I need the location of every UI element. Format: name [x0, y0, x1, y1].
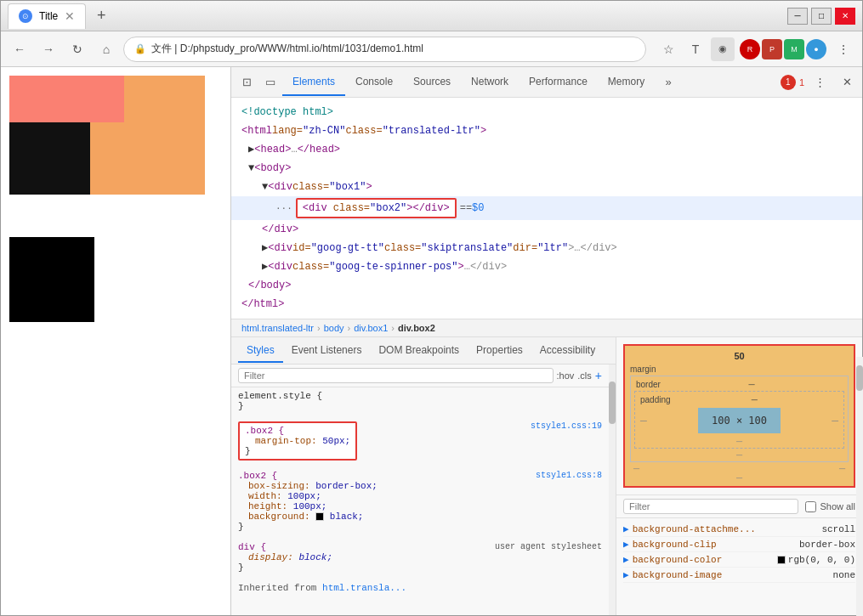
ext2-icon[interactable]: P [762, 39, 782, 59]
inspect-icon[interactable]: ⊡ [235, 71, 258, 94]
tree-head[interactable]: ▶ <head>…</head> [231, 140, 862, 159]
tab-performance[interactable]: Performance [519, 69, 598, 96]
ext4-icon[interactable]: ● [806, 39, 826, 59]
new-tab-button[interactable]: + [89, 4, 113, 28]
tab-sources[interactable]: Sources [403, 69, 461, 96]
tab-dom-breakpoints[interactable]: DOM Breakpoints [370, 339, 468, 363]
browser-window: ⊙ Title ✕ + ─ □ ✕ ← → ↻ ⌂ 🔒 文件 | D:/phps… [0, 0, 863, 616]
bm-margin-bottom: ─ [628, 473, 850, 483]
tree-div-close: </div> [231, 220, 862, 239]
forward-button[interactable]: → [37, 37, 60, 61]
div-display-rule: user agent stylesheet div { display: blo… [231, 539, 609, 576]
right-scrollbar[interactable] [856, 357, 862, 615]
refresh-button[interactable]: ↻ [65, 37, 89, 61]
right-panel: 50 margin border ─ [616, 337, 862, 615]
prop-1: background-attachme... [633, 524, 822, 534]
tab-styles[interactable]: Styles [238, 339, 283, 363]
tree-box1[interactable]: ▼ <div class="box1"> [231, 178, 862, 196]
tree-goog-spinner[interactable]: ▶ <div class="goog-te-spinner-pos">…</di… [231, 257, 862, 276]
bm-content-box: 100 × 100 [698, 408, 781, 433]
devtools-toolbar: ⊡ ▭ Elements Console Sources Network Per… [231, 67, 862, 98]
styles-scrollbar[interactable] [609, 365, 616, 615]
expand-arrow-4[interactable]: ▶ [623, 569, 629, 580]
bm-border-box: border ─ padding ─ [630, 376, 849, 462]
tab-event-listeners[interactable]: Event Listeners [283, 339, 371, 363]
tab-console[interactable]: Console [345, 69, 403, 96]
breadcrumb: html.translated-ltr › body › div.box1 › … [231, 319, 862, 337]
preview-black-box [9, 122, 90, 195]
ext1-icon[interactable]: R [740, 39, 760, 59]
prop-4: background-image [633, 570, 833, 580]
address-input[interactable]: 🔒 文件 | D:/phpstudy_pro/WWW/html.io/html/… [123, 37, 646, 62]
right-scrollbar-thumb[interactable] [856, 365, 862, 391]
bm-left-dash: ─ [640, 415, 647, 426]
styles-left: :hov .cls + element.style { } [231, 365, 609, 615]
bm-margin-right: ─ [839, 464, 845, 473]
device-icon[interactable]: ▭ [258, 71, 282, 94]
tab-network[interactable]: Network [461, 69, 519, 96]
computed-filter-input[interactable] [623, 499, 798, 514]
tab-memory[interactable]: Memory [598, 69, 655, 96]
tab-elements[interactable]: Elements [282, 69, 345, 96]
bc-box1[interactable]: div.box1 [354, 323, 388, 333]
bm-margin-label: 50 [628, 351, 850, 361]
tab-close-button[interactable]: ✕ [65, 10, 75, 22]
back-button[interactable]: ← [8, 37, 31, 61]
preview-box1 [9, 76, 205, 195]
maximize-button[interactable]: □ [811, 8, 832, 25]
expand-arrow-3[interactable]: ▶ [623, 554, 629, 565]
bookmark-icon[interactable]: ☆ [656, 37, 680, 61]
home-button[interactable]: ⌂ [94, 37, 118, 61]
css-source-div: user agent stylesheet [495, 542, 602, 551]
tree-box2-selected[interactable]: ··· <div class="box2"></div> == $0 [231, 196, 862, 220]
expand-arrow-2[interactable]: ▶ [623, 539, 629, 550]
computed-filter: Show all [616, 495, 862, 518]
devtools-settings-icon[interactable]: ⋮ [808, 71, 832, 94]
box2-sizing-rule: stsyle1.css:8 .box2 { box-sizing: border… [231, 467, 609, 535]
more-tabs-icon[interactable]: » [656, 71, 680, 94]
browser-tab[interactable]: ⊙ Title ✕ [8, 3, 86, 29]
bm-margin-text: margin [628, 365, 850, 374]
styles-scrollbar-thumb[interactable] [609, 381, 616, 424]
devtools-close-icon[interactable]: ✕ [835, 71, 859, 94]
tree-goog-tt[interactable]: ▶ <div id="goog-gt-tt" class="skiptransl… [231, 239, 862, 257]
ext3-icon[interactable]: M [784, 39, 804, 59]
css-source-margin[interactable]: stsyle1.css:19 [531, 421, 602, 431]
window-controls: ─ □ ✕ [787, 8, 855, 25]
menu-icon[interactable]: ⋮ [832, 37, 855, 61]
css-source-sizing[interactable]: stsyle1.css:8 [536, 471, 602, 480]
box2-margin-rule: stsyle1.css:19 .box2 { margin-top: 50px;… [231, 418, 609, 464]
tree-html-tag[interactable]: <html lang="zh-CN" class="translated-ltr… [231, 122, 862, 140]
val-4: none [833, 570, 855, 580]
prop-2: background-clip [633, 540, 799, 550]
filter-cls[interactable]: .cls [577, 370, 592, 381]
bc-body[interactable]: body [324, 323, 344, 333]
preview-salmon-box [9, 76, 124, 122]
computed-item-4: ▶ background-image none [623, 568, 855, 583]
inherited-link[interactable]: html.transla... [322, 583, 406, 593]
bc-box2[interactable]: div.box2 [398, 323, 435, 333]
extension1-icon[interactable]: ◉ [711, 37, 735, 61]
bm-border-top: ─ [748, 380, 754, 389]
bc-html[interactable]: html.translated-ltr [241, 323, 314, 333]
expand-arrow-1[interactable]: ▶ [623, 523, 629, 534]
error-badge: 1 [781, 75, 796, 90]
show-all-section: Show all [805, 501, 855, 512]
toolbar-icons: ☆ T ◉ [656, 37, 735, 61]
tree-body[interactable]: ▼ <body> [231, 159, 862, 178]
minimize-button[interactable]: ─ [787, 8, 808, 25]
show-all-label: Show all [820, 501, 855, 511]
lock-icon: 🔒 [134, 43, 146, 54]
filter-add[interactable]: + [595, 369, 602, 382]
filter-input[interactable] [238, 368, 554, 383]
tab-properties[interactable]: Properties [468, 339, 531, 363]
address-text: 文件 | D:/phpstudy_pro/WWW/html.io/html/10… [151, 42, 423, 56]
show-all-checkbox[interactable] [805, 501, 816, 512]
translate-icon[interactable]: T [684, 37, 707, 61]
tree-html-close: </html> [231, 295, 862, 314]
devtools-close-area: 1 1 ⋮ ✕ [781, 71, 859, 94]
color-swatch [315, 512, 324, 521]
filter-pseudo[interactable]: :hov [557, 370, 575, 381]
close-button[interactable]: ✕ [835, 8, 855, 25]
tab-accessibility[interactable]: Accessibility [531, 339, 604, 363]
